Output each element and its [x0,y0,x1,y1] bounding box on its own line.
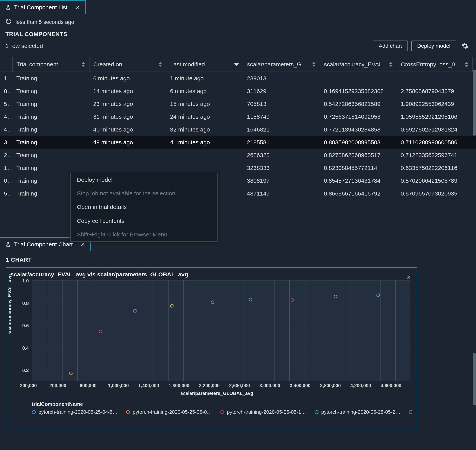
data-point[interactable] [69,372,72,375]
cell-loss[interactable]: 2.758056879043579 [397,85,472,98]
sort-icon[interactable] [389,62,393,67]
close-icon[interactable]: × [76,4,80,11]
legend-item[interactable]: pytor [409,409,412,415]
table-row[interactable]: 1…Training6 minutes ago1 minute ago23901… [0,72,476,85]
table-row[interactable]: 0…Training14 minutes ago6 minutes ago311… [0,85,476,98]
cell-acc[interactable]: 0.8545727136431784 [320,174,397,187]
cell-leading[interactable]: 2… [0,149,12,162]
cell-acc[interactable]: 0.8035982008995503 [320,136,397,149]
table-row[interactable]: 5…Training23 minutes ago15 minutes ago70… [0,98,476,110]
cell-created[interactable]: 40 minutes ago [89,123,166,136]
legend-item[interactable]: pytorch-training-2020-05-25-05-1… [220,409,306,415]
cell-leading[interactable]: 0… [0,174,12,187]
cell-modified[interactable]: 24 minutes ago [166,110,243,123]
data-point[interactable] [99,330,102,333]
cell-modified[interactable]: 1 minute ago [166,72,243,85]
col-last-modified[interactable]: Last modified [166,57,243,72]
cell-leading[interactable]: 5… [0,187,12,200]
cell-params[interactable]: 1646821 [243,123,320,136]
cell-leading[interactable]: 4… [0,110,12,123]
col-truncated[interactable]: C [472,57,476,72]
gear-icon[interactable] [460,41,470,51]
sort-icon[interactable] [464,62,468,67]
cell-name[interactable]: Training [12,149,89,162]
cell-params[interactable]: 705813 [243,98,320,110]
data-point[interactable] [334,295,337,298]
add-chart-button[interactable]: Add chart [373,41,408,51]
data-point[interactable] [376,293,380,297]
col-created-on[interactable]: Created on [89,57,166,72]
cell-leading[interactable]: 4… [0,123,12,136]
context-copy-cell[interactable]: Copy cell contents [71,214,217,228]
cell-loss[interactable]: 0.7110280990600586 [397,136,472,149]
cell-modified[interactable]: 32 minutes ago [166,123,243,136]
cell-acc[interactable]: 0.8275862068965517 [320,149,397,162]
cell-params[interactable]: 3808197 [243,174,320,187]
plot-area[interactable] [32,280,410,381]
cell-loss[interactable]: 0.5702066421508789 [397,174,472,187]
v-scroll-thumb[interactable] [473,70,476,136]
data-point[interactable] [170,304,174,308]
cell-modified[interactable]: 6 minutes ago [166,85,243,98]
cell-acc[interactable]: 0.823088455772114 [320,162,397,174]
sort-icon[interactable] [81,62,85,67]
cell-modified[interactable]: 41 minutes ago [166,136,243,149]
cell-loss[interactable] [397,72,472,85]
data-point[interactable] [249,298,252,301]
data-point[interactable] [211,301,214,304]
cell-name[interactable]: Training [12,98,89,110]
col-accuracy-eval[interactable]: scalar/accuracy_EVAL [320,57,397,72]
close-icon[interactable]: × [81,241,85,248]
cell-name[interactable]: Training [12,72,89,85]
context-open-trial-details[interactable]: Open in trial details [71,200,217,214]
cell-loss[interactable]: 1.908922553062439 [397,98,472,110]
legend-item[interactable]: pytorch-training-2020-05-25-05-0… [126,409,212,415]
tab-trial-component-list[interactable]: Trial Component List × [0,0,86,14]
cell-modified[interactable] [166,149,243,162]
cell-leading[interactable]: 3… [0,136,12,149]
cell-params[interactable]: 1158749 [243,110,320,123]
cell-acc[interactable]: 0.16941529235382308 [320,85,397,98]
sort-icon[interactable] [312,62,316,67]
deploy-model-button[interactable]: Deploy model [411,41,456,51]
col-trial-component[interactable]: Trial component [12,57,89,72]
data-point[interactable] [291,298,294,302]
cell-acc[interactable]: 0.7721139430284858 [320,123,397,136]
cell-leading[interactable]: 0… [0,85,12,98]
cell-params[interactable]: 311629 [243,85,320,98]
context-deploy-model[interactable]: Deploy model [71,173,217,187]
refresh-icon[interactable] [6,18,12,26]
table-row[interactable]: 3…Training49 minutes ago41 minutes ago21… [0,136,476,149]
table-row[interactable]: 4…Training31 minutes ago24 minutes ago11… [0,110,476,123]
table-row[interactable]: 4…Training40 minutes ago32 minutes ago16… [0,123,476,136]
cell-name[interactable]: Training [12,123,89,136]
cell-params[interactable]: 2185581 [243,136,320,149]
cell-loss[interactable]: 0.5927502512931824 [397,123,472,136]
table-row[interactable]: 2…Training26863250.82758620689655170.712… [0,149,476,162]
data-point[interactable] [133,309,137,313]
cell-params[interactable]: 239013 [243,72,320,85]
cell-created[interactable]: 31 minutes ago [89,110,166,123]
cell-leading[interactable]: 5… [0,98,12,110]
cell-leading[interactable]: 1… [0,162,12,174]
cell-modified[interactable]: 15 minutes ago [166,98,243,110]
cell-created[interactable]: 6 minutes ago [89,72,166,85]
col-leading[interactable] [0,57,12,72]
cell-loss[interactable]: 1.0595552921295166 [397,110,472,123]
cell-created[interactable]: 23 minutes ago [89,98,166,110]
cell-created[interactable]: 14 minutes ago [89,85,166,98]
cell-params[interactable]: 4371149 [243,187,320,200]
cell-name[interactable]: Training [12,110,89,123]
cell-name[interactable]: Training [12,85,89,98]
col-parameters-global[interactable]: scalar/parameters_GL… [243,57,320,72]
cell-acc[interactable]: 0.5427286356821589 [320,98,397,110]
cell-loss[interactable]: 0.7122035622596741 [397,149,472,162]
cell-created[interactable]: 49 minutes ago [89,136,166,149]
col-crossentropy-loss[interactable]: CrossEntropyLoss_0_… [397,57,472,72]
chevron-down-icon[interactable] [234,61,239,68]
cell-acc[interactable]: 0.7256371814092953 [320,110,397,123]
cell-leading[interactable]: 1… [0,72,12,85]
cell-loss[interactable]: 0.5709657073020935 [397,187,472,200]
cell-name[interactable]: Training [12,136,89,149]
cell-acc[interactable] [320,72,397,85]
